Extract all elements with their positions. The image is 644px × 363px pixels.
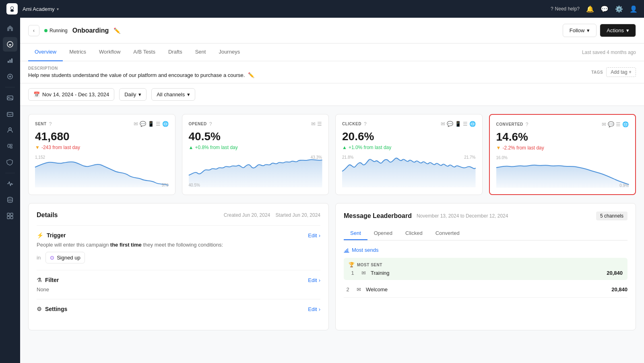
topbar-right: ? Need help? 🔔 💬 ⚙️ 👤 (551, 5, 638, 13)
stat-change-clicked: ▲ +1.0% from last day (342, 145, 476, 150)
trigger-description: People will enter this campaign the firs… (37, 242, 320, 248)
chart-left-label-clicked: 21.8% (342, 155, 353, 160)
stat-header-sent: SENT ? ✉ 💬 📱 ☰ 🌐 (35, 121, 169, 127)
stat-chart-opened: 40.5% 43.3% (189, 155, 322, 187)
status-badge: Running (44, 28, 68, 33)
body-content: DESCRIPTION Help new students understand… (20, 61, 644, 363)
stat-label-sent: SENT (35, 122, 47, 126)
help-icon: ? (551, 6, 553, 12)
chevron-down-icon: ▾ (626, 27, 629, 33)
sidebar-divider (5, 87, 15, 87)
help-icon-sent[interactable]: ? (49, 121, 52, 127)
leaderboard-tabs: Sent Opened Clicked Converted (344, 227, 627, 241)
help-icon-clicked[interactable]: ? (364, 121, 367, 127)
calendar-icon: 📅 (33, 91, 40, 97)
tab-drafts[interactable]: Drafts (162, 44, 189, 61)
chart-min-label-sent: 1,152 (35, 155, 45, 160)
stat-chart-clicked: 21.8% 21.7% (342, 155, 476, 187)
stat-channel-icons-opened: ✉ ☰ (311, 121, 322, 127)
sidebar-item-database[interactable] (3, 193, 17, 207)
lb-tab-converted[interactable]: Converted (429, 227, 466, 240)
messages-icon[interactable]: 💬 (601, 5, 609, 13)
date-range-filter[interactable]: 📅 Nov 14, 2024 - Dec 13, 2024 (28, 88, 114, 101)
settings-edit-button[interactable]: Edit › (308, 306, 320, 312)
header-actions: Follow ▾ Actions ▾ (563, 24, 636, 37)
stat-header-converted: CONVERTED ? ✉ 💬 ☰ 🌐 (496, 121, 629, 127)
help-icon-opened[interactable]: ? (209, 121, 212, 127)
lb-tab-sent[interactable]: Sent (344, 227, 367, 240)
arrow-up-icon: ▲ (189, 145, 194, 150)
details-header: Details Created Jun 20, 2024 Started Jun… (37, 212, 320, 219)
trigger-title: ⚡ Trigger (37, 232, 66, 239)
trophy-icon: 🏆 (349, 262, 355, 268)
trigger-section: ⚡ Trigger Trigger Edit › People will ent… (37, 225, 320, 270)
arrow-right-icon: › (319, 232, 320, 239)
user-icon[interactable]: 👤 (630, 5, 638, 13)
trigger-header: ⚡ Trigger Trigger Edit › (37, 232, 320, 239)
stat-card-clicked: CLICKED ? ✉ 💬 📱 ☰ 🌐 20.6% (335, 114, 483, 195)
frequency-filter[interactable]: Daily ▾ (119, 88, 147, 101)
sidebar-item-compose[interactable] (3, 69, 17, 84)
stat-chart-converted: 16.0% 0.9% (496, 156, 629, 188)
tab-journeys[interactable]: Journeys (212, 44, 246, 61)
sidebar-item-chart[interactable] (3, 53, 17, 68)
edit-title-icon[interactable]: ✏️ (114, 27, 120, 34)
channels-badge: 5 channels (596, 212, 627, 220)
chart-right-label-converted: 0.9% (619, 183, 629, 188)
add-tag-button[interactable]: Add tag + (606, 67, 636, 77)
tab-sent[interactable]: Sent (189, 44, 213, 61)
desc-left: DESCRIPTION Help new students understand… (28, 66, 591, 78)
stat-label-converted: CONVERTED (496, 122, 523, 127)
tab-workflow[interactable]: Workflow (93, 44, 127, 61)
lb-tab-clicked[interactable]: Clicked (399, 227, 429, 240)
stat-value-clicked: 20.6% (342, 130, 476, 143)
sidebar-item-inbox[interactable] (3, 107, 17, 121)
sidebar-item-image[interactable] (3, 91, 17, 105)
svg-rect-14 (10, 213, 13, 216)
desc-right: TAGS Add tag + (591, 67, 636, 77)
bottom-grid: Details Created Jun 20, 2024 Started Jun… (20, 203, 644, 338)
back-button[interactable]: ‹ (28, 25, 39, 36)
row-number-1: 1 (349, 270, 357, 276)
sidebar-item-people[interactable] (3, 123, 17, 137)
sidebar-item-activity[interactable] (3, 176, 17, 191)
stats-grid: SENT ? ✉ 💬 📱 ☰ 🌐 41,680 (20, 106, 644, 203)
in-app-icon: ☰ (156, 121, 161, 127)
sidebar-item-campaigns[interactable] (3, 37, 17, 52)
lb-tab-opened[interactable]: Opened (367, 227, 399, 240)
sidebar-item-grid[interactable] (3, 209, 17, 223)
notifications-icon[interactable]: 🔔 (586, 5, 594, 13)
sidebar-item-puzzle[interactable] (3, 139, 17, 153)
leaderboard-card: Message Leaderboard November 13, 2024 to… (335, 203, 636, 330)
webhook-icon: 🌐 (162, 121, 169, 127)
stat-header-clicked: CLICKED ? ✉ 💬 📱 ☰ 🌐 (342, 121, 476, 127)
stat-label-opened: OPENED (189, 122, 207, 126)
channel-filter[interactable]: All channels ▾ (151, 88, 195, 101)
filter-edit-button[interactable]: Edit › (308, 277, 320, 283)
svg-rect-10 (7, 112, 13, 116)
tab-metrics[interactable]: Metrics (63, 44, 93, 61)
page-title: Onboarding (72, 27, 109, 34)
edit-desc-icon[interactable]: ✏️ (248, 72, 254, 78)
actions-button[interactable]: Actions ▾ (600, 24, 636, 37)
help-button[interactable]: ? Need help? (551, 6, 580, 12)
details-title: Details (37, 212, 58, 219)
svg-point-2 (11, 7, 13, 9)
svg-rect-4 (8, 61, 9, 63)
settings-icon[interactable]: ⚙️ (615, 5, 623, 13)
filter-value: None (37, 286, 320, 292)
stat-channel-icons-converted: ✉ 💬 ☰ 🌐 (602, 121, 629, 127)
in-app-icon: ☰ (616, 121, 621, 127)
sidebar-divider-2 (5, 173, 15, 173)
tab-overview[interactable]: Overview (28, 44, 63, 61)
sidebar-item-home[interactable] (3, 21, 17, 35)
nav-tabs: Overview Metrics Workflow A/B Tests Draf… (20, 44, 644, 61)
details-card: Details Created Jun 20, 2024 Started Jun… (28, 203, 329, 330)
sidebar-item-shield[interactable] (3, 155, 17, 170)
trigger-edit-button[interactable]: Trigger Edit › (308, 232, 320, 239)
help-icon-converted[interactable]: ? (526, 122, 528, 127)
row-label-2: Welcome (366, 286, 607, 292)
stat-change-opened: ▲ +0.8% from last day (189, 145, 322, 150)
tab-ab-tests[interactable]: A/B Tests (127, 44, 162, 61)
follow-button[interactable]: Follow ▾ (563, 24, 597, 37)
